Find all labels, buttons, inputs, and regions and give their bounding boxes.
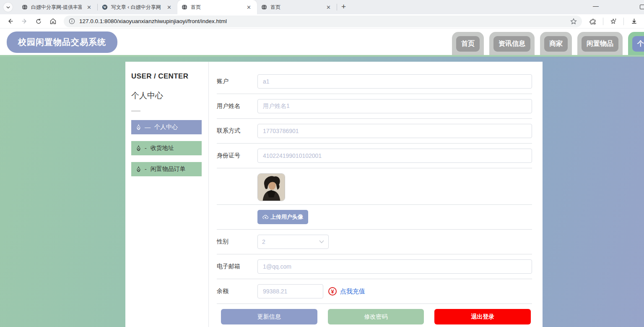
tab-close-icon[interactable]: ✕ (245, 4, 253, 11)
gender-label: 性别 (217, 238, 257, 246)
wordpress-icon: W (102, 4, 108, 10)
balance-label: 余额 (217, 288, 257, 295)
username-input[interactable] (257, 99, 532, 113)
nav-user-center-button[interactable]: 个人中心 (632, 36, 644, 52)
yen-circle-icon: ¥ (328, 287, 337, 296)
reload-button[interactable] (33, 16, 44, 27)
menu-label: 闲置物品订单 (151, 165, 186, 173)
forward-button[interactable] (18, 16, 30, 27)
window-minimize-button[interactable]: — (593, 3, 599, 9)
form-actions: 更新信息 修改密码 退出登录 (217, 304, 532, 327)
nav-tab-merchant[interactable]: 商家 (540, 32, 572, 55)
browser-tab-3-active[interactable]: 首页 ✕ (177, 0, 257, 14)
sidebar-item-address[interactable]: - 收货地址 (131, 141, 202, 155)
star-sparkle-icon (610, 18, 617, 25)
toolbar-separator (603, 18, 603, 25)
tab-title: 白嫖中分享网-提供丰富的 Java (31, 4, 82, 11)
sidebar: USER / CENTER 个人中心 — 个人中心 - 收货地址 - 闲置物品订… (125, 62, 209, 327)
flame-icon (135, 166, 142, 173)
contact-label: 联系方式 (217, 127, 257, 135)
idcard-label: 身份证号 (217, 152, 257, 160)
address-bar[interactable]: 127.0.0.1:8080/xiaoyuanxianzhiwupinjiaoy… (64, 16, 582, 27)
svg-text:W: W (103, 5, 106, 9)
browser-tab-4[interactable]: 首页 ✕ (257, 0, 337, 14)
window-maximize-button[interactable] (640, 5, 644, 9)
idcard-input[interactable] (257, 149, 532, 163)
globe-icon (261, 4, 267, 10)
sidebar-divider (131, 111, 140, 111)
tab-search-button[interactable] (3, 3, 13, 12)
sidebar-subheading: 个人中心 (131, 90, 202, 101)
toolbar-separator (623, 18, 624, 25)
tab-title: 写文章 ‹ 白嫖中分享网 (111, 4, 162, 11)
extensions-button[interactable] (587, 16, 599, 27)
profile-form: 账户 用户姓名 联系方式 身份证号 (209, 62, 543, 327)
nav-tab-user-center[interactable]: 个人中心 (628, 32, 644, 55)
menu-dash: — (145, 124, 151, 131)
forward-arrow-icon (21, 18, 28, 25)
contact-input[interactable] (257, 124, 532, 138)
upload-button-label: 上传用户头像 (270, 213, 303, 221)
browser-toolbar: 127.0.0.1:8080/xiaoyuanxianzhiwupinjiaoy… (0, 14, 644, 29)
gender-selected-value: 2 (262, 238, 265, 245)
form-row-upload: 上传用户头像 (217, 205, 532, 230)
flame-icon (135, 124, 142, 131)
upload-avatar-button[interactable]: 上传用户头像 (257, 210, 308, 224)
browser-tab-2[interactable]: W 写文章 ‹ 白嫖中分享网 ✕ (98, 0, 177, 14)
tab-close-icon[interactable]: ✕ (325, 4, 332, 11)
avatar-portrait-image (258, 174, 285, 201)
nav-tab-news[interactable]: 资讯信息 (489, 32, 535, 55)
menu-dash: - (145, 145, 147, 152)
browser-tab-1[interactable]: 白嫖中分享网-提供丰富的 Java ✕ (18, 0, 97, 14)
form-row-username: 用户姓名 (217, 94, 532, 119)
sidebar-item-orders[interactable]: - 闲置物品订单 (131, 162, 202, 176)
new-tab-button[interactable]: + (337, 2, 351, 12)
nav-tab-items[interactable]: 闲置物品 (577, 32, 623, 55)
email-input[interactable] (257, 259, 532, 274)
form-row-idcard: 身份证号 (217, 144, 532, 168)
gender-select[interactable]: 2 (257, 235, 329, 249)
username-label: 用户姓名 (217, 102, 257, 110)
recharge-link[interactable]: 点我充值 (340, 288, 365, 296)
form-row-avatar (217, 168, 532, 205)
home-button[interactable] (47, 16, 59, 27)
logout-button[interactable]: 退出登录 (434, 309, 531, 324)
sidebar-item-user-center[interactable]: — 个人中心 (131, 120, 202, 134)
balance-input[interactable] (257, 284, 323, 298)
menu-label: 个人中心 (154, 123, 178, 131)
form-row-contact: 联系方式 (217, 119, 532, 144)
back-arrow-icon (7, 18, 14, 25)
back-button[interactable] (4, 16, 16, 27)
nav-tab-home[interactable]: 首页 (452, 32, 484, 55)
chevron-down-icon (319, 240, 324, 243)
downloads-button[interactable] (628, 16, 640, 27)
tab-close-icon[interactable]: ✕ (85, 4, 93, 11)
account-input[interactable] (257, 74, 532, 89)
account-label: 账户 (217, 78, 257, 85)
update-info-button[interactable]: 更新信息 (221, 309, 317, 324)
nav-news-button[interactable]: 资讯信息 (493, 36, 530, 52)
nav-items-button[interactable]: 闲置物品 (582, 36, 618, 52)
site-logo: 校园闲置物品交易系统 (7, 31, 117, 53)
site-info-icon[interactable] (69, 18, 75, 24)
page-background: USER / CENTER 个人中心 — 个人中心 - 收货地址 - 闲置物品订… (0, 57, 644, 327)
nav-merchant-button[interactable]: 商家 (544, 36, 568, 52)
bookmark-star-icon[interactable] (570, 18, 577, 25)
site-header: 校园闲置物品交易系统 首页 资讯信息 商家 闲置物品 个人中心 购物车 (0, 29, 644, 55)
browser-tab-strip: 白嫖中分享网-提供丰富的 Java ✕ W 写文章 ‹ 白嫖中分享网 ✕ 首页 … (0, 0, 644, 14)
puzzle-icon (589, 18, 597, 25)
menu-dash: - (145, 166, 147, 173)
form-row-balance: 余额 ¥ 点我充值 (217, 279, 532, 304)
url-text[interactable]: 127.0.0.1:8080/xiaoyuanxianzhiwupinjiaoy… (79, 18, 566, 24)
home-icon (49, 18, 57, 25)
globe-icon (22, 4, 28, 10)
user-avatar (257, 173, 285, 201)
tab-title: 首页 (270, 4, 321, 11)
tab-close-icon[interactable]: ✕ (165, 4, 173, 11)
nav-home-button[interactable]: 首页 (456, 36, 480, 52)
flame-icon (135, 145, 142, 152)
site-nav: 首页 资讯信息 商家 闲置物品 个人中心 购物车 (452, 32, 644, 55)
change-password-button[interactable]: 修改密码 (328, 309, 424, 324)
user-center-panel: USER / CENTER 个人中心 — 个人中心 - 收货地址 - 闲置物品订… (125, 62, 543, 327)
reading-list-button[interactable] (608, 16, 619, 27)
